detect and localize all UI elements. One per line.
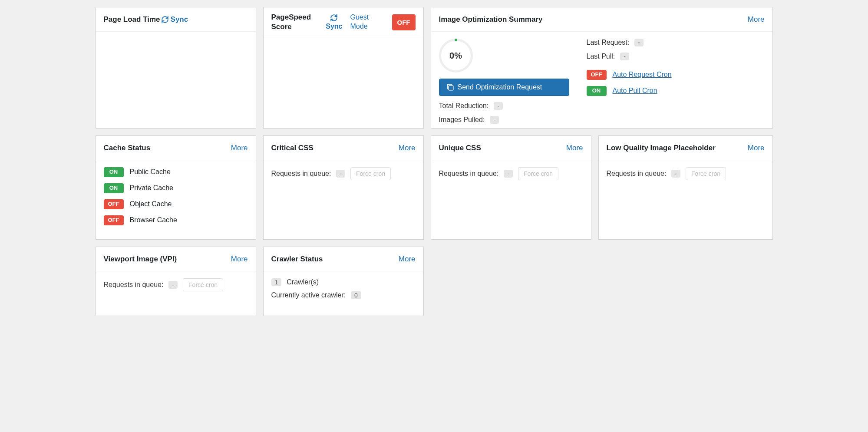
image-opt-gauge: 0% (439, 39, 473, 73)
images-stack-icon (446, 83, 454, 91)
auto-request-cron-link[interactable]: Auto Request Cron (613, 71, 672, 79)
crawler-active-label: Currently active crawler: (271, 291, 346, 299)
critical-css-queue-value: - (336, 170, 345, 178)
card-page-load-time: Page Load Time Sync (96, 7, 256, 129)
card-lqip: Low Quality Image Placeholder More Reque… (598, 135, 773, 240)
last-pull-value: - (620, 53, 629, 60)
card-cache-status: Cache Status More ON Public Cache ON Pri… (96, 135, 256, 240)
crawler-title: Crawler Status (271, 255, 323, 264)
auto-request-cron-badge: OFF (587, 70, 607, 80)
card-vpi: Viewport Image (VPI) More Requests in qu… (96, 247, 256, 316)
images-pulled-label: Images Pulled: (439, 116, 485, 124)
pagespeed-guest-mode-off-badge: OFF (392, 14, 416, 30)
send-optimization-request-button[interactable]: Send Optimization Request (439, 79, 569, 96)
unique-css-force-cron-button[interactable]: Force cron (518, 167, 558, 180)
critical-css-force-cron-button[interactable]: Force cron (350, 167, 391, 180)
cache-row-public: ON Public Cache (104, 167, 248, 177)
pagespeed-body (264, 37, 423, 51)
cache-badge: OFF (104, 199, 124, 209)
pagespeed-sync-link[interactable]: Sync (326, 23, 342, 30)
last-request-value: - (634, 39, 644, 46)
card-image-optimization: Image Optimization Summary More 0% Send … (431, 7, 773, 129)
unique-css-more-link[interactable]: More (566, 144, 583, 152)
cache-row-private: ON Private Cache (104, 183, 248, 193)
cache-row-object: OFF Object Cache (104, 199, 248, 209)
image-opt-gauge-value: 0% (449, 51, 462, 61)
vpi-queue-value: - (168, 281, 178, 289)
lqip-more-link[interactable]: More (748, 144, 765, 152)
cache-label: Private Cache (130, 184, 174, 192)
page-load-time-body (96, 32, 256, 46)
critical-css-queue-label: Requests in queue: (271, 170, 331, 178)
cache-label: Public Cache (130, 168, 171, 176)
crawler-count-suffix: Crawler(s) (287, 278, 319, 286)
unique-css-title: Unique CSS (439, 144, 481, 152)
gauge-indicator-dot (455, 39, 457, 41)
images-pulled-value: - (490, 116, 499, 124)
lqip-queue-value: - (671, 170, 680, 178)
card-crawler-status: Crawler Status More 1 Crawler(s) Current… (263, 247, 424, 316)
card-critical-css: Critical CSS More Requests in queue: - F… (263, 135, 424, 240)
unique-css-queue-value: - (504, 170, 513, 178)
crawler-count-value: 1 (271, 278, 282, 286)
last-pull-label: Last Pull: (587, 53, 615, 60)
auto-pull-cron-badge: ON (587, 86, 607, 96)
vpi-force-cron-button[interactable]: Force cron (183, 278, 223, 291)
total-reduction-label: Total Reduction: (439, 102, 489, 110)
cache-label: Browser Cache (130, 216, 177, 224)
svg-rect-0 (449, 86, 453, 90)
total-reduction-value: - (494, 102, 503, 110)
pagespeed-guest-mode-link[interactable]: Guest Mode (350, 13, 376, 31)
cache-badge: ON (104, 167, 124, 177)
critical-css-more-link[interactable]: More (399, 144, 416, 152)
lqip-queue-label: Requests in queue: (607, 170, 667, 178)
image-opt-more-link[interactable]: More (748, 15, 765, 24)
vpi-queue-label: Requests in queue: (104, 281, 164, 289)
vpi-title: Viewport Image (VPI) (104, 255, 177, 264)
image-opt-title: Image Optimization Summary (439, 15, 543, 24)
sync-icon[interactable] (161, 16, 169, 23)
cache-status-more-link[interactable]: More (231, 144, 248, 152)
card-pagespeed-score: PageSpeed Score Sync Guest Mode OFF (263, 7, 424, 129)
auto-pull-cron-link[interactable]: Auto Pull Cron (613, 87, 657, 95)
cache-badge: OFF (104, 215, 124, 225)
cache-status-title: Cache Status (104, 144, 151, 152)
sync-icon[interactable] (330, 14, 338, 22)
card-unique-css: Unique CSS More Requests in queue: - For… (431, 135, 591, 240)
page-load-time-title: Page Load Time (104, 15, 160, 24)
send-optimization-request-label: Send Optimization Request (458, 83, 542, 91)
cache-status-list: ON Public Cache ON Private Cache OFF Obj… (96, 160, 256, 238)
pagespeed-title: PageSpeed Score (271, 13, 318, 32)
page-load-time-sync-link[interactable]: Sync (171, 15, 188, 24)
cache-row-browser: OFF Browser Cache (104, 215, 248, 225)
crawler-more-link[interactable]: More (399, 255, 416, 264)
lqip-force-cron-button[interactable]: Force cron (686, 167, 726, 180)
lqip-title: Low Quality Image Placeholder (607, 144, 716, 152)
cache-label: Object Cache (130, 200, 172, 208)
cache-badge: ON (104, 183, 124, 193)
critical-css-title: Critical CSS (271, 144, 314, 152)
last-request-label: Last Request: (587, 39, 630, 46)
unique-css-queue-label: Requests in queue: (439, 170, 499, 178)
crawler-active-value: 0 (351, 291, 361, 299)
vpi-more-link[interactable]: More (231, 255, 248, 264)
